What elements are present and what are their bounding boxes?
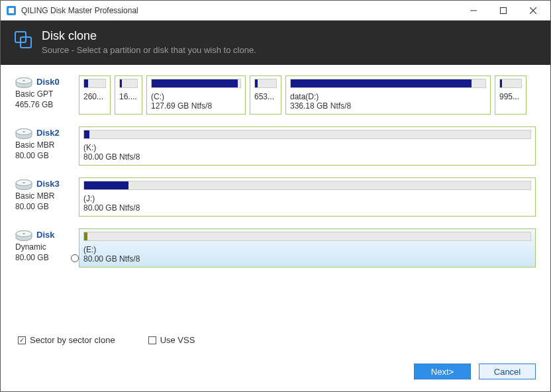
disk-name: Disk0 <box>36 77 60 87</box>
sector-checkbox[interactable]: ✓ Sector by sector clone <box>18 335 115 345</box>
partition[interactable]: data(D:)336.18 GB Ntfs/8 <box>285 75 491 115</box>
page-subtitle: Source - Select a partition or disk that… <box>42 45 256 55</box>
partition[interactable]: 260... <box>79 75 111 115</box>
svg-point-10 <box>23 80 25 81</box>
disk-size: 80.00 GB <box>15 253 79 264</box>
minimize-button[interactable] <box>458 1 488 20</box>
disk-list: Disk0Basic GPT465.76 GB260...16....(C:)1… <box>1 65 550 332</box>
disk-name: Disk <box>36 230 54 240</box>
partition[interactable]: 653... <box>250 75 281 115</box>
partition-info: 80.00 GB Ntfs/8 <box>83 254 531 264</box>
disk-size: 80.00 GB <box>15 202 79 213</box>
disk-radio[interactable] <box>71 254 79 262</box>
svg-point-19 <box>23 233 25 234</box>
page-header: Disk clone Source - Select a partition o… <box>1 21 550 65</box>
svg-point-13 <box>23 131 25 132</box>
partition-label: data(D:) <box>290 92 486 101</box>
maximize-button[interactable] <box>488 1 518 20</box>
disk-info: Disk0Basic GPT465.76 GB <box>15 75 79 115</box>
page-title: Disk clone <box>42 29 256 43</box>
partition-info: 16.... <box>119 92 138 101</box>
partition-info: 80.00 GB Ntfs/8 <box>83 152 531 162</box>
usage-bar <box>83 232 531 241</box>
partition-label: (K:) <box>83 143 531 152</box>
partition-label: (C:) <box>151 92 241 101</box>
footer: Next> Cancel <box>1 357 550 391</box>
options-row: ✓ Sector by sector clone Use VSS <box>1 332 550 357</box>
vss-label: Use VSS <box>160 335 195 345</box>
disk-icon <box>15 128 32 140</box>
disk-icon <box>15 77 32 89</box>
disk-icon <box>15 230 32 242</box>
usage-bar <box>499 79 522 88</box>
partition-list: (E:)80.00 GB Ntfs/8 <box>79 228 536 268</box>
sector-label: Sector by sector clone <box>30 335 115 345</box>
disk-row[interactable]: Disk2Basic MBR80.00 GB(K:)80.00 GB Ntfs/… <box>15 126 536 166</box>
disk-row[interactable]: Disk0Basic GPT465.76 GB260...16....(C:)1… <box>15 75 536 115</box>
disk-info: Disk2Basic MBR80.00 GB <box>15 126 79 166</box>
disk-row[interactable]: Disk3Basic MBR80.00 GB(J:)80.00 GB Ntfs/… <box>15 177 536 217</box>
partition-list: (J:)80.00 GB Ntfs/8 <box>79 177 536 217</box>
disk-size: 80.00 GB <box>15 151 79 162</box>
partition-info: 260... <box>83 92 106 101</box>
titlebar: QILING Disk Master Professional <box>1 1 550 21</box>
partition[interactable]: (K:)80.00 GB Ntfs/8 <box>79 126 536 166</box>
partition-list: (K:)80.00 GB Ntfs/8 <box>79 126 536 166</box>
usage-bar <box>83 181 531 190</box>
disk-size: 465.76 GB <box>15 100 79 111</box>
disk-type: Basic MBR <box>15 191 79 202</box>
usage-bar <box>83 79 106 88</box>
disk-info: DiskDynamic80.00 GB <box>15 228 79 268</box>
disk-name: Disk3 <box>36 179 60 189</box>
partition[interactable]: (E:)80.00 GB Ntfs/8 <box>79 228 536 268</box>
disk-type: Basic GPT <box>15 89 79 100</box>
usage-bar <box>254 79 277 88</box>
clone-icon <box>14 30 32 49</box>
usage-bar <box>83 130 531 139</box>
svg-rect-1 <box>9 8 14 13</box>
usage-bar <box>119 79 138 88</box>
partition[interactable]: (C:)127.69 GB Ntfs/8 <box>146 75 246 115</box>
close-button[interactable] <box>518 1 548 20</box>
partition-label: (J:) <box>83 194 531 203</box>
disk-icon <box>15 179 32 191</box>
svg-point-16 <box>23 182 25 183</box>
partition-info: 995... <box>499 92 522 101</box>
partition[interactable]: 995... <box>495 75 526 115</box>
partition[interactable]: 16.... <box>115 75 142 115</box>
vss-checkbox[interactable]: Use VSS <box>148 335 195 345</box>
next-button[interactable]: Next> <box>414 364 471 379</box>
svg-rect-3 <box>500 7 506 13</box>
app-icon <box>6 5 17 16</box>
disk-row[interactable]: DiskDynamic80.00 GB(E:)80.00 GB Ntfs/8 <box>15 228 536 268</box>
disk-type: Dynamic <box>15 242 79 253</box>
disk-type: Basic MBR <box>15 140 79 151</box>
partition-info: 336.18 GB Ntfs/8 <box>290 101 486 111</box>
cancel-button[interactable]: Cancel <box>479 364 536 379</box>
app-window: QILING Disk Master Professional Disk clo… <box>0 0 551 392</box>
partition[interactable]: (J:)80.00 GB Ntfs/8 <box>79 177 536 217</box>
partition-label: (E:) <box>83 245 531 254</box>
disk-info: Disk3Basic MBR80.00 GB <box>15 177 79 217</box>
partition-info: 653... <box>254 92 277 101</box>
partition-list: 260...16....(C:)127.69 GB Ntfs/8653...da… <box>79 75 536 115</box>
app-title: QILING Disk Master Professional <box>21 6 458 15</box>
partition-info: 80.00 GB Ntfs/8 <box>83 203 531 213</box>
partition-info: 127.69 GB Ntfs/8 <box>151 101 241 111</box>
usage-bar <box>290 79 486 88</box>
disk-name: Disk2 <box>36 128 60 138</box>
usage-bar <box>151 79 241 88</box>
